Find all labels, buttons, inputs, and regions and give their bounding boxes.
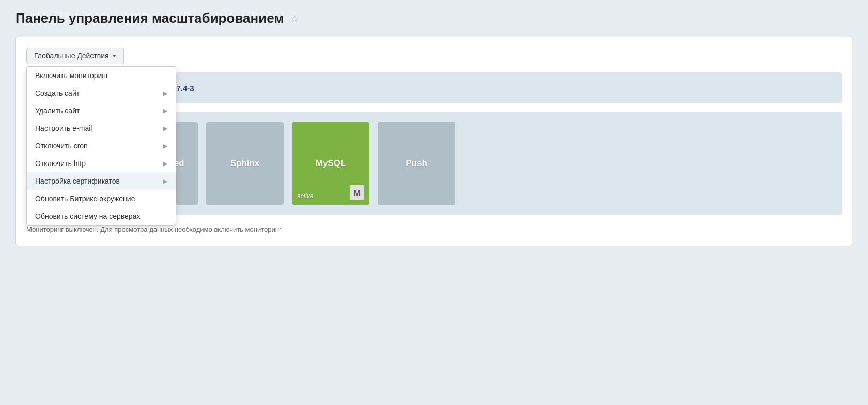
dropdown-item-delete-site[interactable]: Удалить сайт ▶ <box>27 102 176 119</box>
dropdown-item-update-system[interactable]: Обновить систему на серверах <box>27 207 176 225</box>
dropdown-item-label: Настроить e-mail <box>35 124 92 132</box>
chevron-right-icon: ▶ <box>163 143 167 149</box>
dropdown-item-label: Настройка сертификатов <box>35 177 120 185</box>
dropdown-arrow-icon <box>112 55 116 57</box>
dropdown-item-label: Отключить cron <box>35 142 88 150</box>
service-name: MySQL <box>316 158 346 169</box>
dropdown-item-label: Удалить сайт <box>35 107 80 115</box>
service-card-sphinx[interactable]: Sphinx <box>206 122 284 205</box>
chevron-right-icon: ▶ <box>163 108 167 114</box>
page-title: Панель управления масштабированием <box>16 10 284 26</box>
dropdown-item-update-bitrix[interactable]: Обновить Битрикс-окружение <box>27 190 176 207</box>
chevron-right-icon: ▶ <box>163 160 167 167</box>
service-card-mysql[interactable]: MySQL active M <box>292 122 369 205</box>
dropdown-item-label: Обновить Битрикс-окружение <box>35 194 135 203</box>
favorite-star-icon[interactable]: ☆ <box>290 13 299 24</box>
service-name: Push <box>406 158 427 169</box>
dropdown-item-label: Обновить систему на серверах <box>35 212 140 220</box>
dropdown-item-disable-http[interactable]: Отключить http ▶ <box>27 155 176 172</box>
toolbar: Глобальные Действия Включить мониторинг … <box>26 48 842 64</box>
chevron-right-icon: ▶ <box>163 125 167 132</box>
main-panel: Глобальные Действия Включить мониторинг … <box>16 37 853 246</box>
global-actions-label: Глобальные Действия <box>34 52 109 60</box>
service-card-push[interactable]: Push <box>378 122 455 205</box>
page-header: Панель управления масштабированием ☆ <box>16 10 853 26</box>
service-status: active <box>297 192 313 200</box>
chevron-right-icon: ▶ <box>163 178 167 185</box>
dropdown-item-configure-certs[interactable]: Настройка сертификатов ▶ Настройка серти… <box>27 172 176 190</box>
service-badge: M <box>350 185 364 200</box>
dropdown-item-label: Отключить http <box>35 159 86 168</box>
service-name: Sphinx <box>230 158 260 169</box>
dropdown-item-enable-monitoring[interactable]: Включить мониторинг <box>27 67 176 84</box>
dropdown-item-disable-cron[interactable]: Отключить cron ▶ <box>27 137 176 155</box>
global-actions-dropdown: Включить мониторинг Создать сайт ▶ Удали… <box>26 66 176 226</box>
monitoring-notice-text: Мониторинг выключен. Для просмотра данны… <box>26 226 282 233</box>
global-actions-button[interactable]: Глобальные Действия <box>26 48 124 64</box>
dropdown-item-configure-email[interactable]: Настроить e-mail ▶ <box>27 119 176 137</box>
dropdown-item-create-site[interactable]: Создать сайт ▶ <box>27 84 176 102</box>
dropdown-item-label: Создать сайт <box>35 89 80 97</box>
dropdown-item-label: Включить мониторинг <box>35 71 109 80</box>
chevron-right-icon: ▶ <box>163 90 167 97</box>
